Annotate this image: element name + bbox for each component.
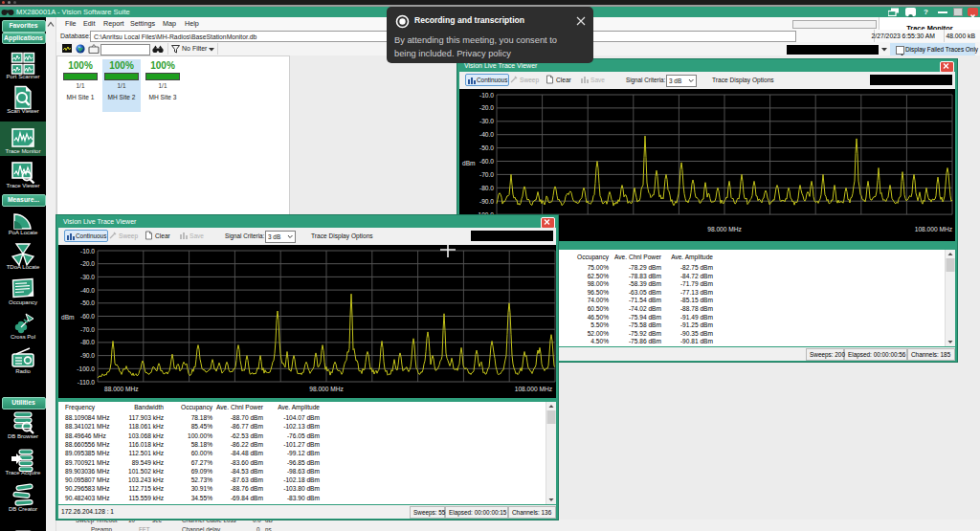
svg-text:-30.0: -30.0 xyxy=(479,118,494,124)
svg-text:-70.0: -70.0 xyxy=(80,326,95,333)
svg-text:-60.0: -60.0 xyxy=(479,158,494,165)
svg-text:-10.0: -10.0 xyxy=(80,248,95,254)
svg-text:-50.0: -50.0 xyxy=(80,299,95,306)
svg-text:-80.0: -80.0 xyxy=(80,339,95,345)
svg-text:-40.0: -40.0 xyxy=(479,131,494,138)
svg-text:-40.0: -40.0 xyxy=(80,287,95,294)
svg-text:-90.0: -90.0 xyxy=(479,198,494,205)
svg-text:-110.0: -110.0 xyxy=(78,379,96,386)
svg-text:-10.0: -10.0 xyxy=(479,92,494,99)
svg-text:dBm: dBm xyxy=(462,160,476,166)
svg-text:-20.0: -20.0 xyxy=(80,260,95,267)
svg-text:-100.0: -100.0 xyxy=(77,365,95,372)
svg-text:98.000 MHz: 98.000 MHz xyxy=(707,226,742,232)
svg-text:98.000 MHz: 98.000 MHz xyxy=(309,386,344,392)
svg-text:-50.0: -50.0 xyxy=(479,144,494,151)
svg-text:-20.0: -20.0 xyxy=(479,104,494,111)
svg-text:dBm: dBm xyxy=(61,314,75,321)
svg-text:108.000 MHz: 108.000 MHz xyxy=(915,226,952,232)
svg-text:-70.0: -70.0 xyxy=(479,171,494,178)
svg-text:-30.0: -30.0 xyxy=(80,274,95,280)
svg-text:-80.0: -80.0 xyxy=(479,185,494,191)
svg-text:108.000 MHz: 108.000 MHz xyxy=(515,386,552,392)
svg-text:-60.0: -60.0 xyxy=(80,313,95,320)
svg-text:88.000 MHz: 88.000 MHz xyxy=(104,386,139,392)
svg-text:-90.0: -90.0 xyxy=(80,352,95,359)
